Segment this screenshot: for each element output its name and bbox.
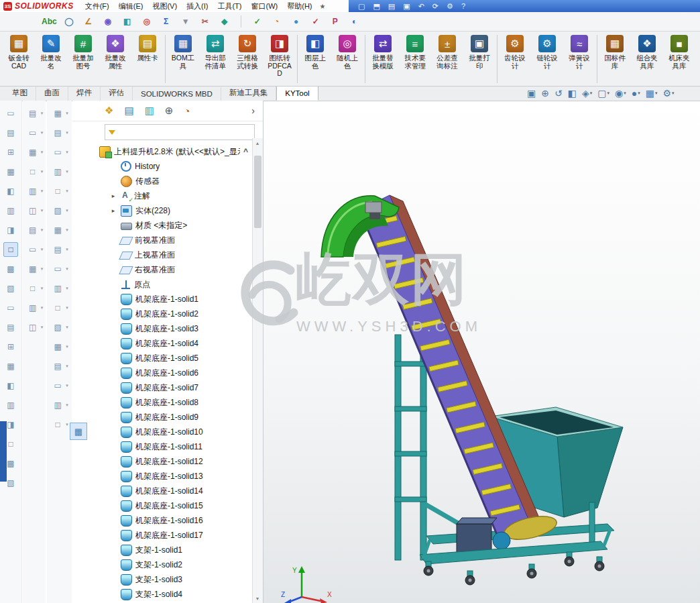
toolbar-icon[interactable]: ⊞ — [3, 145, 18, 160]
menu-item[interactable]: 视图(V) — [148, 1, 182, 11]
tree-item[interactable]: 材质 <未指定> — [72, 218, 263, 233]
toolbar-item[interactable]: ▤▾ — [50, 125, 68, 140]
zoom-fit-icon[interactable]: ▣ — [526, 88, 537, 99]
featuremanager-tab[interactable]: ❖ — [105, 105, 113, 117]
ribbon-button[interactable]: ◨图纸转PDFCAD — [264, 32, 296, 86]
trim-icon[interactable]: ✂ — [198, 14, 213, 29]
tree-item[interactable]: 机架底座-1-solid3 — [72, 321, 263, 336]
tree-item[interactable]: 前视基准面 — [72, 233, 263, 248]
toolbar-icon[interactable]: ▤ — [25, 106, 40, 121]
toolbar-item[interactable]: ▤▾ — [50, 359, 68, 374]
menu-item[interactable]: 编辑(E) — [114, 1, 148, 11]
tree-item[interactable]: 机架底座-1-solid17 — [72, 528, 263, 543]
new-document-icon[interactable]: ▢ — [358, 0, 365, 12]
bookmark-star-icon[interactable]: ★ — [320, 3, 326, 10]
ribbon-button[interactable]: ⚙齿轮设计 — [499, 32, 531, 86]
toolbar-icon[interactable]: □ — [50, 300, 65, 315]
tree-item[interactable]: 机架底座-1-solid12 — [72, 454, 263, 469]
toolbar-item[interactable]: □▾ — [50, 300, 68, 315]
toolbar-icon[interactable]: ▤ — [3, 320, 18, 335]
tree-item[interactable]: 传感器 — [72, 174, 263, 188]
tree-item[interactable]: 原点 — [72, 277, 263, 292]
toolbar-item[interactable]: □▾ — [50, 184, 68, 199]
tree-item[interactable]: 支架-1-solid4 — [72, 587, 263, 602]
toolbar-icon[interactable]: ▥ — [25, 300, 40, 315]
menu-item[interactable]: 插入(I) — [182, 1, 213, 11]
ribbon-button[interactable]: ⚙链轮设计 — [531, 32, 563, 86]
tree-item[interactable]: 机架底座-1-solid8 — [72, 395, 263, 410]
expand-arrow-icon[interactable]: ▸ — [109, 193, 117, 199]
toolbar-icon[interactable]: ▧ — [50, 203, 65, 218]
ribbon-button[interactable]: ❖组合夹具库 — [631, 32, 663, 86]
ribbon-button[interactable]: ±公差查询标注 — [431, 32, 463, 86]
toolbar-icon[interactable]: □ — [25, 281, 40, 296]
toolbar-icon[interactable]: ▤ — [50, 125, 65, 140]
ribbon-button[interactable]: ↻三维格式转换 — [231, 32, 264, 86]
toolbar-icon[interactable]: □ — [50, 184, 65, 199]
propertymanager-tab[interactable]: ▤ — [124, 105, 133, 117]
toolbar-item[interactable]: ▤▾ — [50, 242, 68, 257]
panel-expand-arrow[interactable]: › — [251, 105, 255, 116]
toolbar-icon[interactable]: ▤ — [3, 125, 18, 140]
toolbar-icon[interactable]: ▦ — [25, 262, 40, 276]
tree-item[interactable]: 机架底座-1-solid16 — [72, 513, 263, 528]
toolbar-item[interactable]: ▦▾ — [25, 145, 44, 160]
toolbar-item[interactable]: □▾ — [50, 417, 68, 432]
tree-item[interactable]: 机架底座-1-solid2 — [72, 307, 263, 321]
ribbon-button[interactable]: ⇄批量替换模版 — [367, 32, 399, 86]
mass-properties-icon[interactable]: ◉ — [101, 14, 115, 29]
toolbar-icon[interactable]: ▧ — [3, 281, 18, 296]
toolbar-icon[interactable]: ▥ — [25, 184, 40, 199]
ribbon-tab[interactable]: KYTool — [276, 86, 318, 101]
tree-item[interactable]: 机架底座-1-solid7 — [72, 380, 263, 395]
tree-item[interactable]: 机架底座-1-solid10 — [72, 425, 263, 439]
ribbon-button[interactable]: ▦钣金转CAD — [3, 32, 35, 86]
scroll-up-arrow[interactable]: ▲ — [253, 138, 262, 148]
sensor-icon[interactable]: ◎ — [139, 14, 154, 29]
toolbar-icon[interactable]: ▭ — [50, 378, 65, 393]
toolbar-icon[interactable]: ▭ — [3, 300, 18, 315]
options-icon[interactable]: ⚙ — [447, 0, 453, 12]
panel-scrollbar[interactable]: ▲ ▼ — [252, 138, 263, 603]
toolbar-item[interactable]: ◫▾ — [25, 203, 44, 218]
ribbon-button[interactable]: ▣批量打印 — [463, 32, 495, 86]
toolbar-item[interactable]: ▭▾ — [25, 242, 44, 257]
hide-show-items-icon[interactable]: ◉▾ — [614, 88, 628, 99]
toolbar-item[interactable]: ▭▾ — [50, 145, 68, 160]
toolbar-icon[interactable]: ▭ — [25, 125, 40, 140]
ribbon-button[interactable]: #批量加图号 — [67, 32, 99, 86]
configurationmanager-tab[interactable]: ▥ — [145, 105, 154, 117]
displaymanager-tab[interactable]: ◔ — [184, 105, 190, 117]
scrollbar-thumb[interactable] — [254, 156, 261, 228]
tree-item[interactable]: History — [72, 159, 263, 174]
ribbon-button[interactable]: ▤属性卡 — [131, 32, 164, 86]
toolbar-icon[interactable]: ▦ — [3, 164, 18, 179]
toolbar-icon[interactable]: ▥ — [50, 281, 65, 296]
toolbar-item[interactable]: ▤▾ — [25, 106, 44, 121]
ribbon-button[interactable]: ■机床夹具库 — [663, 32, 695, 86]
view-settings-icon[interactable]: ⚙▾ — [661, 88, 675, 99]
dimxpert-tab[interactable]: ⊕ — [165, 105, 174, 117]
toolbar-icon[interactable]: ◧ — [3, 378, 18, 393]
pdm-icon[interactable]: P — [328, 14, 343, 29]
tree-item[interactable]: 右视基准面 — [72, 262, 263, 277]
zoom-snapshot-icon[interactable]: ◯ — [62, 14, 76, 29]
display-style-icon[interactable]: ▢▾ — [596, 88, 611, 99]
ribbon-tab[interactable]: 新迪工具集 — [221, 85, 277, 101]
toolbar-icon[interactable]: ▤ — [25, 223, 40, 237]
zoom-area-icon[interactable]: ⊕ — [540, 88, 550, 99]
ribbon-tab[interactable]: 草图 — [4, 85, 36, 101]
toolbar-item[interactable]: ▦▾ — [50, 106, 68, 121]
expand-arrow-icon[interactable]: ▸ — [109, 207, 117, 214]
ribbon-tab[interactable]: 焊件 — [68, 85, 101, 101]
toolbar-icon[interactable]: □ — [25, 164, 40, 179]
filter-features-icon[interactable]: ▼ — [178, 14, 193, 29]
tree-item[interactable]: 支架-1-solid2 — [72, 557, 263, 572]
toolbar-item[interactable]: ▦▾ — [50, 339, 68, 354]
undo-icon[interactable]: ↶ — [418, 0, 424, 12]
toolbar-icon[interactable]: ▩ — [3, 262, 18, 276]
toolbar-icon[interactable]: ▭ — [50, 262, 65, 276]
toolbar-item[interactable]: ▭▾ — [50, 378, 68, 393]
ribbon-button[interactable]: ▦国标件库 — [599, 32, 631, 86]
toolbar-item[interactable]: ▥▾ — [50, 164, 68, 179]
